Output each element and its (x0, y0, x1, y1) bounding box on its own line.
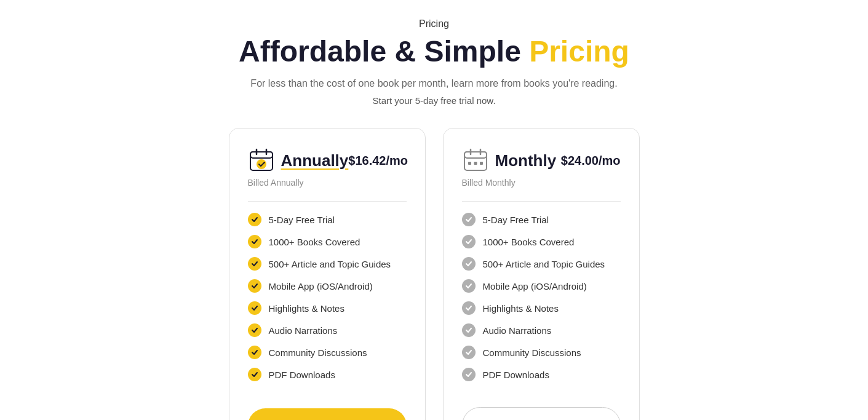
feature-text: Audio Narrations (269, 325, 338, 336)
check-icon (248, 323, 261, 337)
check-icon (462, 368, 476, 381)
list-item: Mobile App (iOS/Android) (462, 279, 621, 293)
feature-text: 5-Day Free Trial (483, 215, 549, 225)
svg-rect-9 (468, 162, 471, 165)
list-item: Mobile App (iOS/Android) (248, 279, 407, 293)
check-icon (462, 235, 476, 248)
check-icon (248, 368, 261, 381)
trial-note: Start your 5-day free trial now. (372, 95, 495, 106)
annual-start-trial-button[interactable]: Start Free Trial (248, 408, 407, 420)
svg-point-4 (257, 159, 266, 169)
list-item: 500+ Article and Topic Guides (462, 257, 621, 271)
check-icon (462, 257, 476, 271)
monthly-card-header: Monthly $24.00/mo (462, 147, 621, 174)
svg-rect-10 (474, 162, 477, 165)
headline: Affordable & Simple Pricing (239, 34, 629, 68)
check-icon (248, 279, 261, 293)
annual-calendar-icon (248, 147, 275, 174)
list-item: PDF Downloads (248, 368, 407, 381)
cards-container: Annually $16.42/mo Billed Annually 5-Day… (201, 128, 668, 420)
list-item: 1000+ Books Covered (248, 235, 407, 248)
list-item: Audio Narrations (248, 323, 407, 337)
list-item: Highlights & Notes (248, 301, 407, 315)
check-icon (248, 235, 261, 248)
monthly-calendar-icon (462, 147, 489, 174)
check-icon (248, 257, 261, 271)
annual-plan-price: $16.42/mo (348, 154, 408, 168)
annual-plan-title: Annually (281, 151, 349, 170)
list-item: 5-Day Free Trial (462, 213, 621, 226)
list-item: Community Discussions (462, 346, 621, 359)
annual-divider (248, 201, 407, 202)
feature-text: Community Discussions (269, 347, 367, 358)
monthly-features-list: 5-Day Free Trial 1000+ Books Covered 500… (462, 213, 621, 390)
feature-text: Audio Narrations (483, 325, 552, 336)
feature-text: 1000+ Books Covered (269, 237, 360, 247)
section-label: Pricing (419, 18, 449, 30)
list-item: Audio Narrations (462, 323, 621, 337)
monthly-plan-title: Monthly (495, 151, 557, 170)
check-icon (462, 346, 476, 359)
subtitle: For less than the cost of one book per m… (250, 78, 617, 89)
monthly-billing-label: Billed Monthly (462, 178, 621, 188)
headline-accent: Pricing (529, 35, 629, 68)
list-item: 500+ Article and Topic Guides (248, 257, 407, 271)
annual-billing-label: Billed Annually (248, 178, 407, 188)
feature-text: 1000+ Books Covered (483, 237, 575, 247)
svg-rect-1 (250, 152, 273, 158)
monthly-plan-card: Monthly $24.00/mo Billed Monthly 5-Day F… (443, 128, 640, 420)
feature-text: 500+ Article and Topic Guides (483, 259, 605, 269)
feature-text: Highlights & Notes (269, 303, 344, 314)
feature-text: 500+ Article and Topic Guides (269, 259, 391, 269)
check-icon (462, 279, 476, 293)
feature-text: PDF Downloads (483, 370, 549, 380)
check-icon (462, 213, 476, 226)
list-item: 1000+ Books Covered (462, 235, 621, 248)
feature-text: Highlights & Notes (483, 303, 559, 314)
list-item: 5-Day Free Trial (248, 213, 407, 226)
monthly-start-trial-button[interactable]: Start Free Trial (462, 407, 621, 420)
feature-text: Mobile App (iOS/Android) (483, 281, 587, 291)
list-item: Highlights & Notes (462, 301, 621, 315)
check-icon (462, 301, 476, 315)
feature-text: PDF Downloads (269, 370, 335, 380)
annual-features-list: 5-Day Free Trial 1000+ Books Covered 500… (248, 213, 407, 391)
list-item: PDF Downloads (462, 368, 621, 381)
annual-card-header: Annually $16.42/mo (248, 147, 407, 174)
headline-text: Affordable & Simple (239, 35, 529, 68)
monthly-plan-price: $24.00/mo (561, 154, 621, 168)
check-icon (248, 346, 261, 359)
feature-text: Community Discussions (483, 347, 581, 358)
svg-rect-11 (480, 162, 483, 165)
annual-plan-card: Annually $16.42/mo Billed Annually 5-Day… (229, 128, 426, 420)
monthly-divider (462, 201, 621, 202)
list-item: Community Discussions (248, 346, 407, 359)
feature-text: Mobile App (iOS/Android) (269, 281, 373, 291)
check-icon (248, 301, 261, 315)
check-icon (248, 213, 261, 226)
svg-rect-6 (464, 152, 487, 158)
check-icon (462, 323, 476, 337)
page-wrapper: Pricing Affordable & Simple Pricing For … (12, 18, 856, 420)
feature-text: 5-Day Free Trial (269, 215, 335, 225)
